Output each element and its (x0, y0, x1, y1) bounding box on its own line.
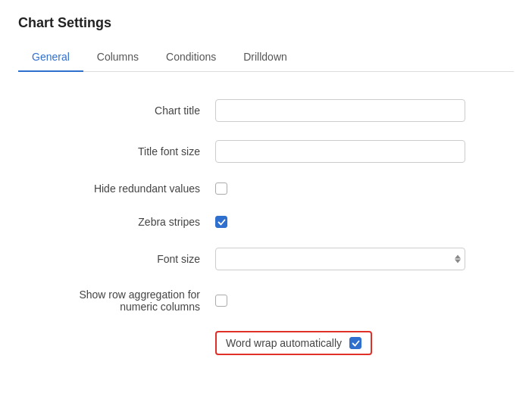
word-wrap-checkmark-icon (352, 339, 360, 348)
hide-redundant-checkbox[interactable] (215, 182, 227, 195)
zebra-stripes-label: Zebra stripes (18, 216, 215, 228)
zebra-stripes-checkbox[interactable] (215, 216, 227, 228)
word-wrap-label: Word wrap automatically (226, 337, 342, 349)
word-wrap-checkbox[interactable] (349, 337, 361, 349)
title-font-size-row: Title font size 15 (18, 131, 514, 172)
chart-title-control (215, 99, 514, 122)
tab-general[interactable]: General (18, 43, 83, 72)
page-container: Chart Settings General Columns Condition… (0, 0, 532, 379)
show-row-agg-checkbox[interactable] (215, 295, 227, 307)
tab-columns[interactable]: Columns (83, 43, 152, 72)
hide-redundant-row: Hide redundant values (18, 172, 514, 205)
font-size-input[interactable]: 13 (215, 248, 465, 270)
word-wrap-control: Word wrap automatically (215, 331, 514, 355)
checkmark-icon (217, 218, 226, 226)
font-size-up-arrow[interactable] (455, 255, 461, 259)
title-font-size-label: Title font size (18, 145, 215, 158)
tab-drilldown[interactable]: Drilldown (230, 43, 301, 72)
chart-title-label: Chart title (18, 104, 215, 117)
show-row-agg-label: Show row aggregation for numeric columns (18, 289, 215, 313)
font-size-down-arrow[interactable] (455, 260, 461, 264)
font-size-spinner-arrows[interactable] (455, 255, 461, 264)
show-row-agg-control (215, 295, 514, 307)
tabs-bar: General Columns Conditions Drilldown (18, 43, 514, 72)
chart-title-row: Chart title (18, 90, 514, 131)
hide-redundant-control (215, 182, 514, 195)
form-section: Chart title Title font size 15 Hide redu… (18, 90, 514, 364)
hide-redundant-label: Hide redundant values (18, 182, 215, 195)
show-row-agg-row: Show row aggregation for numeric columns (18, 279, 514, 322)
title-font-size-input[interactable]: 15 (215, 140, 465, 163)
page-title: Chart Settings (18, 15, 514, 31)
word-wrap-highlight-box: Word wrap automatically (215, 331, 372, 355)
font-size-row: Font size 13 (18, 239, 514, 279)
zebra-stripes-row: Zebra stripes (18, 205, 514, 239)
font-size-label: Font size (18, 253, 215, 265)
font-size-control: 13 (215, 248, 514, 270)
font-size-spinner-wrap: 13 (215, 248, 465, 270)
zebra-stripes-control (215, 216, 514, 228)
title-font-size-control: 15 (215, 140, 514, 163)
tab-conditions[interactable]: Conditions (152, 43, 230, 72)
word-wrap-row: Word wrap automatically (18, 322, 514, 364)
chart-title-input[interactable] (215, 99, 465, 122)
